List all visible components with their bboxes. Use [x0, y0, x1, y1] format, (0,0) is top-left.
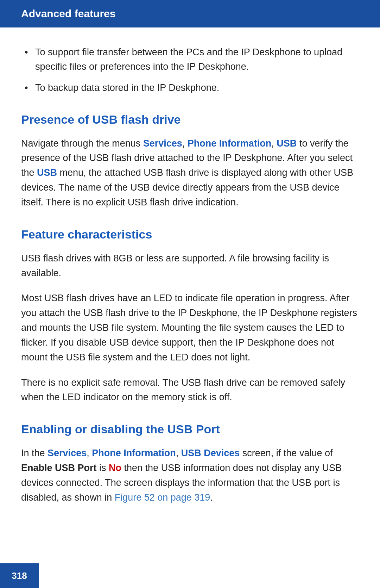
bullet-item-2: To backup data stored in the IP Deskphon…: [21, 81, 359, 95]
header-title: Advanced features: [21, 8, 115, 19]
section-heading-presence: Presence of USB flash drive: [21, 113, 359, 126]
page-number: 318: [12, 570, 27, 581]
header-bar: Advanced features: [0, 0, 380, 27]
section-feature: Feature characteristics USB flash drives…: [21, 228, 359, 405]
text-enable-usb-port: Enable USB Port: [21, 463, 97, 473]
text-no: No: [109, 463, 121, 473]
bullet-text-1: To support file transfer between the PCs…: [35, 47, 342, 72]
link-usb-2[interactable]: USB: [37, 167, 57, 178]
link-phone-info-1[interactable]: Phone Information: [188, 138, 272, 149]
paragraph-enabling-1: In the Services, Phone Information, USB …: [21, 446, 359, 505]
section-enabling: Enabling or disabling the USB Port In th…: [21, 422, 359, 505]
bullet-item-1: To support file transfer between the PCs…: [21, 45, 359, 74]
paragraph-feature-3: There is no explicit safe removal. The U…: [21, 376, 359, 405]
paragraph-feature-1: USB flash drives with 8GB or less are su…: [21, 251, 359, 281]
bullet-text-2: To backup data stored in the IP Deskphon…: [35, 82, 219, 93]
paragraph-presence-1: Navigate through the menus Services, Pho…: [21, 136, 359, 210]
paragraph-feature-2: Most USB flash drives have an LED to ind…: [21, 291, 359, 365]
link-phone-info-2[interactable]: Phone Information: [92, 448, 176, 458]
link-figure-52[interactable]: Figure 52 on page 319: [115, 492, 210, 503]
link-usb-devices[interactable]: USB Devices: [181, 448, 240, 458]
link-usb-1[interactable]: USB: [277, 138, 297, 149]
footer-bar: 318: [0, 563, 39, 588]
section-heading-feature: Feature characteristics: [21, 228, 359, 241]
link-services-2[interactable]: Services: [48, 448, 87, 458]
section-presence: Presence of USB flash drive Navigate thr…: [21, 113, 359, 210]
link-services-1[interactable]: Services: [143, 138, 182, 149]
bullet-list: To support file transfer between the PCs…: [21, 45, 359, 95]
section-heading-enabling: Enabling or disabling the USB Port: [21, 422, 359, 436]
content-area: To support file transfer between the PCs…: [0, 45, 380, 558]
